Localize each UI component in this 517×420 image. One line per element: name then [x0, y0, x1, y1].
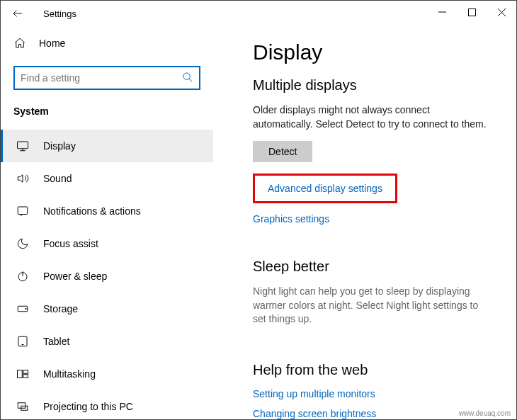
sidebar-item-projecting-to-this-pc[interactable]: Projecting to this PC: [1, 390, 213, 420]
sidebar: Home System DisplaySoundNotifications & …: [1, 26, 213, 419]
sidebar-item-focus-assist[interactable]: Focus assist: [1, 227, 213, 260]
sidebar-item-label: Display: [43, 140, 76, 152]
sidebar-item-notifications-actions[interactable]: Notifications & actions: [1, 195, 213, 227]
sidebar-group-label: System: [13, 106, 200, 117]
sidebar-item-multitasking[interactable]: Multitasking: [1, 358, 213, 390]
multiple-displays-description: Older displays might not always connect …: [253, 103, 487, 131]
window-title: Settings: [43, 8, 76, 19]
svg-rect-18: [18, 370, 23, 378]
advanced-display-link[interactable]: Advanced display settings: [253, 174, 397, 203]
sleep-heading: Sleep better: [253, 259, 509, 275]
help-heading: Help from the web: [253, 362, 509, 378]
search-icon: [182, 72, 193, 85]
power-icon: [16, 270, 33, 283]
search-input[interactable]: [21, 72, 182, 84]
focus-icon: [16, 237, 33, 250]
detect-button[interactable]: Detect: [253, 141, 312, 162]
sound-icon: [16, 172, 33, 185]
sidebar-item-home[interactable]: Home: [13, 30, 200, 56]
minimize-button[interactable]: [427, 1, 457, 23]
home-icon: [13, 37, 30, 50]
svg-rect-1: [468, 8, 475, 16]
display-icon: [16, 140, 33, 152]
notification-icon: [16, 205, 33, 217]
main-pane: Display Multiple displays Older displays…: [213, 26, 516, 419]
close-button[interactable]: [487, 1, 516, 23]
svg-rect-20: [23, 375, 28, 378]
graphics-settings-link[interactable]: Graphics settings: [253, 213, 509, 225]
sidebar-item-tablet[interactable]: Tablet: [1, 325, 213, 358]
svg-rect-6: [18, 142, 28, 149]
sidebar-item-label: Notifications & actions: [43, 205, 141, 217]
svg-line-5: [189, 79, 192, 81]
maximize-button[interactable]: [457, 1, 487, 23]
sidebar-item-label: Sound: [43, 173, 72, 184]
storage-icon: [16, 302, 33, 315]
sidebar-item-storage[interactable]: Storage: [1, 293, 213, 325]
sidebar-item-label: Multitasking: [43, 368, 96, 380]
page-title: Display: [253, 40, 509, 64]
back-button[interactable]: [9, 5, 26, 22]
svg-point-4: [183, 73, 190, 79]
search-box[interactable]: [13, 66, 200, 90]
home-label: Home: [39, 38, 65, 49]
sidebar-item-power-sleep[interactable]: Power & sleep: [1, 260, 213, 293]
multiple-displays-heading: Multiple displays: [253, 77, 509, 93]
sidebar-item-label: Focus assist: [43, 238, 98, 249]
svg-rect-10: [18, 207, 28, 215]
svg-marker-9: [18, 175, 23, 183]
window-controls: [427, 1, 516, 23]
multitask-icon: [16, 368, 33, 380]
sidebar-item-label: Projecting to this PC: [43, 401, 133, 412]
svg-rect-21: [18, 403, 25, 409]
sidebar-item-sound[interactable]: Sound: [1, 162, 213, 195]
watermark: www.deuaq.com: [458, 409, 512, 417]
svg-rect-19: [23, 370, 28, 374]
sidebar-item-label: Power & sleep: [43, 271, 107, 282]
sidebar-item-display[interactable]: Display: [1, 130, 213, 162]
svg-point-15: [25, 308, 27, 310]
titlebar: Settings: [1, 1, 516, 26]
help-link-monitors[interactable]: Setting up multiple monitors: [253, 388, 509, 399]
sidebar-item-label: Storage: [43, 303, 78, 314]
sleep-description: Night light can help you get to sleep by…: [253, 285, 487, 327]
project-icon: [16, 400, 33, 413]
tablet-icon: [16, 335, 33, 348]
sidebar-item-label: Tablet: [43, 336, 69, 347]
